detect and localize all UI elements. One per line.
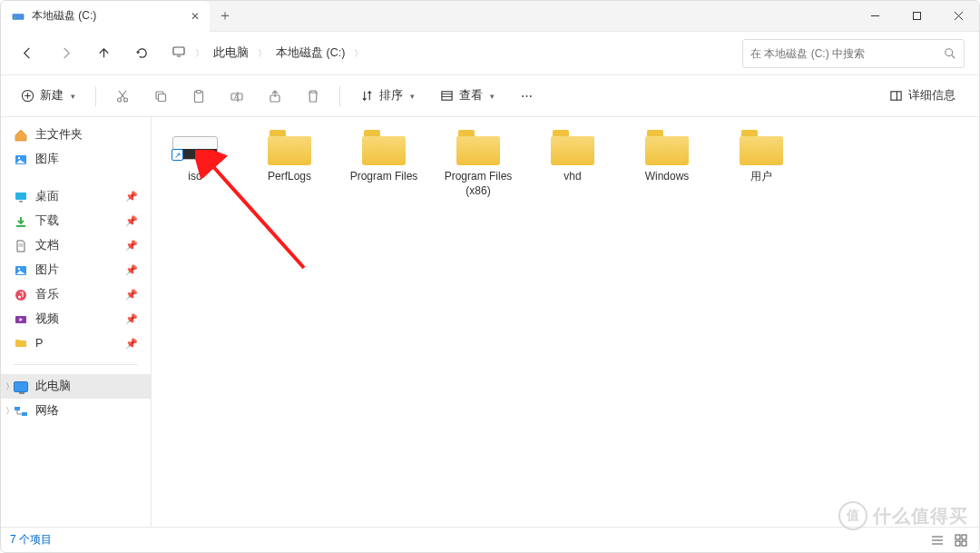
svg-rect-28: [891, 92, 901, 100]
sidebar-downloads[interactable]: 下载 📌: [1, 209, 151, 233]
breadcrumb-drive[interactable]: 本地磁盘 (C:): [276, 45, 345, 61]
separator: [95, 86, 96, 106]
maximize-button[interactable]: [896, 1, 937, 32]
view-button[interactable]: 查看 ▾: [431, 83, 504, 109]
sidebar-this-pc[interactable]: 〉 此电脑: [1, 374, 151, 399]
search-box[interactable]: [742, 39, 965, 68]
items-grid: ↗ iso PerfLogs Program Files Program Fil…: [159, 130, 972, 198]
up-button[interactable]: [86, 36, 121, 71]
sort-button-label: 排序: [379, 88, 403, 104]
file-item-perflogs[interactable]: PerfLogs: [253, 130, 326, 184]
sidebar-music[interactable]: 音乐 📌: [1, 282, 151, 307]
svg-line-16: [119, 91, 125, 99]
pin-icon: 📌: [125, 191, 138, 202]
more-button[interactable]: ⋯: [511, 81, 542, 112]
svg-rect-42: [15, 407, 20, 410]
copy-button[interactable]: [145, 81, 176, 112]
folder-icon: [14, 336, 28, 351]
svg-rect-6: [173, 47, 184, 54]
svg-rect-1: [15, 16, 16, 17]
sort-button[interactable]: 排序 ▾: [351, 83, 424, 109]
minimize-button[interactable]: [854, 1, 896, 32]
folder-icon: [455, 130, 502, 166]
pictures-icon: [14, 263, 28, 278]
music-icon: [14, 288, 28, 302]
window-controls: [854, 1, 979, 32]
refresh-button[interactable]: [124, 36, 159, 71]
watermark: 值 什么值得买: [838, 501, 968, 530]
pc-root-icon: [172, 44, 186, 62]
video-icon: [14, 312, 28, 327]
svg-point-38: [18, 267, 20, 269]
forward-button[interactable]: [48, 36, 83, 71]
details-view-toggle[interactable]: [928, 531, 946, 549]
paste-button[interactable]: [183, 81, 214, 112]
delete-button[interactable]: [298, 81, 328, 112]
details-pane-button[interactable]: 详细信息: [877, 83, 968, 109]
explorer-tab[interactable]: 本地磁盘 (C:) ✕: [1, 1, 210, 32]
title-bar: 本地磁盘 (C:) ✕ ＋: [1, 1, 979, 32]
sidebar-gallery[interactable]: 图库: [1, 147, 151, 172]
sidebar-home[interactable]: 主文件夹: [1, 123, 151, 147]
svg-rect-49: [962, 535, 966, 539]
sidebar-pictures[interactable]: 图片 📌: [1, 258, 151, 282]
rename-button[interactable]: A: [221, 81, 252, 112]
cut-button[interactable]: [107, 81, 138, 112]
svg-point-40: [18, 295, 21, 298]
icons-view-toggle[interactable]: [952, 531, 970, 549]
file-item-windows[interactable]: Windows: [631, 130, 703, 184]
download-icon: [14, 214, 28, 229]
svg-rect-50: [956, 541, 960, 546]
folder-icon: [360, 130, 407, 166]
tab-title: 本地磁盘 (C:): [32, 8, 181, 24]
gallery-icon: [14, 153, 28, 167]
view-toggles: [928, 531, 970, 549]
document-icon: [14, 239, 28, 253]
new-button-label: 新建: [40, 88, 64, 104]
breadcrumb-this-pc[interactable]: 此电脑: [213, 45, 249, 61]
file-item-program-files-x86[interactable]: Program Files (x86): [442, 130, 514, 198]
search-input[interactable]: [750, 47, 938, 60]
svg-point-31: [18, 156, 20, 158]
chevron-down-icon: ▾: [71, 92, 75, 101]
svg-rect-33: [19, 201, 23, 202]
svg-rect-3: [913, 13, 920, 20]
file-item-vhd[interactable]: vhd: [536, 130, 609, 184]
folder-icon: [266, 130, 313, 166]
close-tab-button[interactable]: ✕: [188, 9, 202, 24]
file-item-program-files[interactable]: Program Files: [348, 130, 420, 184]
home-icon: [14, 128, 28, 143]
network-icon: [14, 404, 28, 419]
svg-rect-18: [159, 94, 166, 101]
pin-icon: 📌: [125, 215, 138, 227]
new-button[interactable]: 新建 ▾: [12, 83, 84, 109]
folder-icon: [549, 130, 596, 166]
drive-shortcut-icon: ↗: [172, 130, 219, 166]
back-button[interactable]: [10, 36, 44, 71]
breadcrumb[interactable]: 〉 此电脑 〉 本地磁盘 (C:) 〉: [162, 44, 739, 62]
details-button-label: 详细信息: [908, 88, 956, 104]
svg-point-39: [15, 290, 26, 301]
svg-rect-0: [13, 14, 24, 19]
folder-icon: [738, 130, 785, 166]
chevron-right-icon: 〉: [5, 405, 15, 418]
sidebar-folder-p[interactable]: P 📌: [1, 331, 151, 355]
pin-icon: 📌: [125, 240, 138, 252]
svg-rect-20: [197, 90, 201, 93]
sidebar-documents[interactable]: 文档 📌: [1, 233, 151, 258]
new-tab-button[interactable]: ＋: [210, 1, 240, 32]
file-item-users[interactable]: 用户: [725, 130, 798, 184]
sidebar-videos[interactable]: 视频 📌: [1, 307, 151, 331]
content-pane[interactable]: ↗ iso PerfLogs Program Files Program Fil…: [152, 117, 979, 527]
close-window-button[interactable]: [937, 1, 979, 32]
desktop-icon: [14, 190, 28, 204]
sidebar-desktop[interactable]: 桌面 📌: [1, 184, 151, 209]
drive-icon-small: [12, 10, 24, 23]
share-button[interactable]: [260, 81, 290, 112]
sidebar-network[interactable]: 〉 网络: [1, 399, 151, 423]
body: 主文件夹 图库 桌面 📌 下载 📌 文档 📌 图片 📌 音: [1, 117, 979, 527]
toolbar: 新建 ▾ A 排序 ▾ 查看 ▾ ⋯ 详细信息: [1, 75, 979, 117]
chevron-down-icon: ▾: [410, 92, 415, 101]
file-item-iso[interactable]: ↗ iso: [159, 130, 231, 184]
folder-icon: [643, 130, 691, 166]
